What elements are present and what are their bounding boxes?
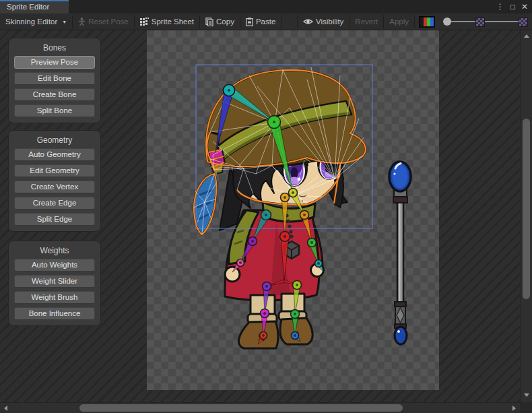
weight-slider-button[interactable]: Weight Slider [14,275,95,288]
create-edge-button[interactable]: Create Edge [14,197,95,210]
bone-joint-center [273,121,275,123]
bone-joint-center [317,262,320,265]
scrollbar-corner [520,402,532,413]
eye-icon [303,18,313,26]
menu-icon[interactable]: ⋮ [496,1,504,12]
auto-weights-button[interactable]: Auto Weights [14,259,95,272]
copy-button[interactable]: Copy [200,13,240,30]
weight-brush-button[interactable]: Weight Brush [14,291,95,304]
toolbar: Skinning Editor ▼ Reset Pose Sprite Shee… [0,13,532,30]
bone-joint-center [294,313,296,315]
bone-joint-center [284,196,286,199]
bone-joint-center [284,235,286,238]
bone-joint-center [296,284,298,286]
visibility-label: Visibility [316,18,343,26]
vertical-scroll-thumb[interactable] [523,119,530,299]
slider-knob[interactable] [443,18,451,26]
bone-joint-center [310,241,313,244]
preview-pose-button[interactable]: Preview Pose [14,56,95,69]
bone-joint-center [303,214,306,216]
reset-pose-button[interactable]: Reset Pose [73,13,133,30]
bone-joint-center [251,240,254,243]
texture-thumb-icon [475,18,485,27]
maximize-icon[interactable]: □ [510,1,515,12]
revert-label: Revert [355,18,378,26]
bone-joint-center [265,285,268,288]
bone-joint-center [239,261,242,264]
scroll-up-icon[interactable] [524,34,529,38]
sprite-editor-window: Sprite Editor ⋮ □ ✕ Skinning Editor ▼ Re… [0,0,532,413]
bone-influence-button[interactable]: Bone Influence [14,307,95,320]
channel-swatch-icon[interactable] [419,16,435,28]
sprite-sheet-icon [140,18,149,26]
bone-joint-center [294,334,296,337]
mip-slider[interactable] [440,13,531,30]
edit-bone-button[interactable]: Edit Bone [14,72,95,85]
title-bar: Sprite Editor ⋮ □ ✕ [0,0,532,13]
scroll-down-icon[interactable] [524,393,529,397]
horizontal-scrollbar[interactable] [0,402,520,413]
paste-icon [246,18,253,26]
panel-title: Bones [14,43,95,53]
visibility-button[interactable]: Visibility [298,13,349,30]
slider-track [444,21,528,22]
revert-button[interactable]: Revert [350,13,383,30]
mode-dropdown-label: Skinning Editor [5,18,57,26]
toolbar-separator [414,15,415,28]
bone-joint-center [292,191,294,194]
apply-button[interactable]: Apply [384,13,414,30]
tab-sprite-editor[interactable]: Sprite Editor [0,0,69,13]
panel-geometry: Geometry Auto Geometry Edit Geometry Cre… [8,130,101,232]
staff-sprite [389,162,411,344]
paste-label: Paste [256,18,275,26]
mode-dropdown[interactable]: Skinning Editor ▼ [0,13,72,30]
split-edge-button[interactable]: Split Edge [14,213,95,226]
bone-joint-center [228,89,230,92]
chevron-down-icon: ▼ [62,20,67,24]
panel-weights: Weights Auto Weights Weight Slider Weigh… [8,241,101,326]
texture-thumb-icon [519,18,528,27]
panel-bones: Bones Preview Pose Edit Bone Create Bone… [8,38,101,123]
toolbar-right-group: Visibility Revert Apply [297,13,532,30]
scroll-right-icon[interactable] [512,406,516,411]
vertical-scrollbar[interactable] [520,30,532,402]
paste-button[interactable]: Paste [240,13,281,30]
panel-title: Weights [14,246,95,255]
auto-geometry-button[interactable]: Auto Geometry [14,148,95,161]
reset-pose-icon [78,18,86,26]
create-vertex-button[interactable]: Create Vertex [14,181,95,193]
scroll-left-icon[interactable] [4,406,7,411]
horizontal-scroll-thumb[interactable] [79,404,403,412]
edit-geometry-button[interactable]: Edit Geometry [14,164,95,177]
split-bone-button[interactable]: Split Bone [14,104,95,117]
character-sprite [194,70,366,348]
copy-icon [205,18,213,26]
reset-pose-label: Reset Pose [88,18,128,26]
close-icon[interactable]: ✕ [521,1,528,12]
copy-label: Copy [216,18,234,26]
apply-label: Apply [389,18,409,26]
window-controls: ⋮ □ ✕ [496,1,528,12]
bone-joint-center [263,312,266,315]
sprite-sheet-label: Sprite Sheet [152,18,194,26]
toolbar-separator [281,15,281,28]
bone-joint-center [265,214,267,216]
sprite-sheet-button[interactable]: Sprite Sheet [135,13,199,30]
create-bone-button[interactable]: Create Bone [14,88,95,101]
bone-joint-center [262,334,265,337]
panel-title: Geometry [14,135,95,145]
